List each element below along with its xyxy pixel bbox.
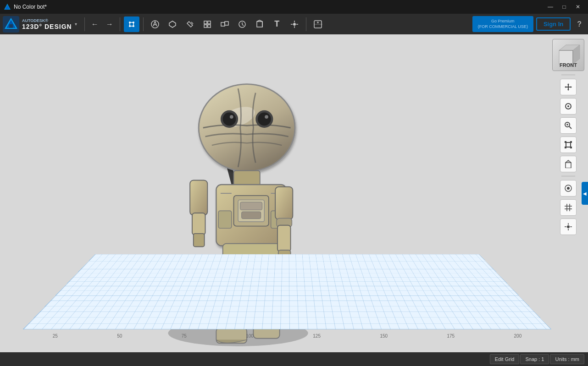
svg-point-90 <box>567 187 570 190</box>
svg-marker-75 <box>565 86 566 88</box>
app-icon <box>4 3 11 11</box>
pan-button[interactable] <box>560 79 577 95</box>
grid-view-icon <box>564 203 572 212</box>
premium-button[interactable]: Go Premium (FOR COMMERCIAL USE) <box>472 16 533 32</box>
svg-rect-43 <box>234 170 260 186</box>
text-icon: T <box>274 19 279 29</box>
svg-rect-84 <box>565 141 566 143</box>
svg-rect-85 <box>570 141 572 143</box>
toolbar-right: Go Premium (FOR COMMERCIAL USE) Sign In … <box>472 16 585 32</box>
ruler-mark-25: 25 <box>53 333 58 339</box>
svg-point-42 <box>265 115 268 119</box>
help-button[interactable]: ? <box>573 18 585 30</box>
ruler-mark-125: 125 <box>313 333 321 339</box>
svg-rect-47 <box>240 202 262 210</box>
view-cube[interactable]: FRONT <box>552 39 584 71</box>
snap-settings-icon <box>564 223 572 231</box>
ruler-mark-75: 75 <box>182 333 187 339</box>
zoom-button[interactable] <box>560 117 577 134</box>
view-cube-label: FRONT <box>560 62 577 68</box>
edit-grid-button[interactable]: Edit Grid <box>490 354 520 364</box>
svg-marker-73 <box>567 83 569 85</box>
toolbar-separator-2 <box>120 17 120 31</box>
svg-point-7 <box>129 22 131 23</box>
pattern-tool-button[interactable] <box>200 16 215 32</box>
close-button[interactable]: ✕ <box>571 2 584 11</box>
titlebar: No Color bot* — □ ✕ <box>0 0 588 14</box>
sketch-icon <box>150 20 160 29</box>
construct-icon <box>168 20 177 29</box>
grid-view-button[interactable] <box>560 199 577 216</box>
modify-tool-button[interactable] <box>182 16 198 32</box>
svg-rect-18 <box>221 22 225 26</box>
svg-point-95 <box>567 225 570 228</box>
maximize-button[interactable]: □ <box>558 2 571 11</box>
autodesk-logo <box>3 16 19 33</box>
primitives-icon <box>255 20 264 29</box>
pattern-icon <box>203 20 212 29</box>
toggle-view-button[interactable] <box>560 180 577 197</box>
transform-tool-button[interactable] <box>124 16 139 32</box>
snap-tool-button[interactable] <box>287 16 302 32</box>
svg-point-8 <box>133 22 134 23</box>
snap-settings-button[interactable] <box>560 219 577 235</box>
svg-marker-74 <box>567 89 569 91</box>
svg-rect-14 <box>204 21 207 24</box>
units-button[interactable]: Units : mm <box>550 354 584 364</box>
logo: AUTODESK® 123D° DESIGN ▾ <box>3 16 77 33</box>
viewport[interactable]: 25 50 75 100 125 150 175 200 FRONT <box>0 34 588 352</box>
measure-tool-button[interactable] <box>234 16 250 32</box>
svg-rect-19 <box>225 22 228 25</box>
ruler-mark-150: 150 <box>380 333 388 339</box>
construct-tool-button[interactable] <box>165 16 180 32</box>
svg-point-38 <box>223 113 236 126</box>
svg-rect-83 <box>566 142 571 147</box>
minimize-button[interactable]: — <box>544 2 557 11</box>
sketch-tool-button[interactable] <box>147 16 163 32</box>
side-expand-button[interactable]: ◀ <box>582 182 588 205</box>
material-tool-button[interactable] <box>310 16 326 32</box>
toolbar: AUTODESK® 123D° DESIGN ▾ ← → <box>0 14 588 34</box>
right-panel: FRONT <box>552 39 584 235</box>
svg-line-80 <box>569 126 571 129</box>
window-title: No Color bot* <box>14 4 47 10</box>
pan-icon <box>564 83 572 91</box>
toggle-view-icon <box>564 184 572 192</box>
svg-point-78 <box>567 105 569 107</box>
back-button[interactable]: ← <box>89 18 101 30</box>
svg-rect-15 <box>208 21 211 24</box>
svg-rect-87 <box>570 147 572 148</box>
titlebar-left: No Color bot* <box>4 3 47 11</box>
snap-button[interactable]: Snap : 1 <box>520 354 549 364</box>
group-icon <box>220 20 229 29</box>
view-home-icon <box>564 160 572 168</box>
primitives-tool-button[interactable] <box>252 16 267 32</box>
svg-rect-5 <box>9 24 13 28</box>
modify-icon <box>185 20 194 29</box>
logo-dropdown[interactable]: ▾ <box>75 22 77 27</box>
view-home-button[interactable] <box>560 156 577 172</box>
window-controls: — □ ✕ <box>544 2 584 11</box>
text-tool-button[interactable]: T <box>269 16 285 32</box>
svg-rect-34 <box>194 234 205 247</box>
right-separator-2 <box>561 176 575 176</box>
svg-rect-86 <box>565 147 566 148</box>
toolbar-separator-1 <box>84 17 85 31</box>
side-expand-icon: ◀ <box>583 191 587 196</box>
forward-button[interactable]: → <box>103 18 116 30</box>
svg-rect-16 <box>204 25 207 27</box>
premium-sublabel: (FOR COMMERCIAL USE) <box>478 24 528 30</box>
toolbar-separator-3 <box>143 17 144 31</box>
svg-point-35 <box>199 84 295 172</box>
toolbar-separator-4 <box>306 17 306 31</box>
svg-point-9 <box>129 25 131 27</box>
group-tool-button[interactable] <box>217 16 233 32</box>
signin-button[interactable]: Sign In <box>536 17 571 31</box>
orbit-button[interactable] <box>560 98 577 115</box>
snap-icon <box>290 20 299 29</box>
svg-rect-62 <box>275 187 293 220</box>
svg-point-25 <box>293 23 296 26</box>
fit-button[interactable] <box>560 137 577 153</box>
orbit-icon <box>564 102 572 110</box>
transform-icon <box>127 20 136 29</box>
